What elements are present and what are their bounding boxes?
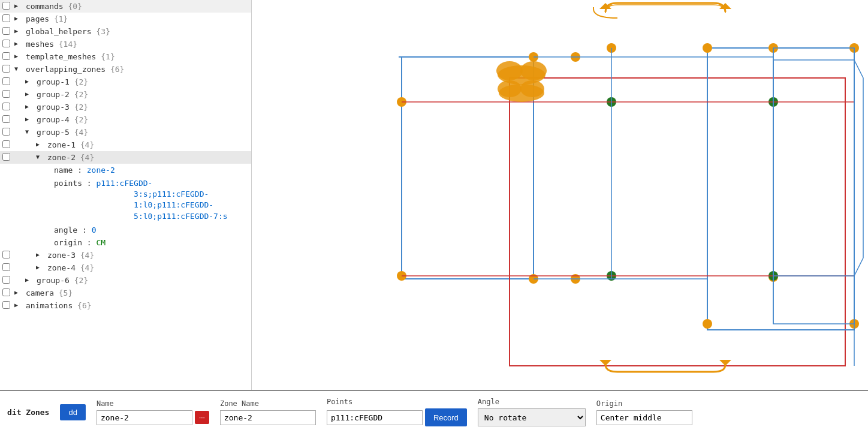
sidebar-item-global-helpers[interactable]: ▶ global_helpers {3} — [0, 25, 251, 38]
sidebar-item-zone-3[interactable]: ▶ zone-3 {4} — [0, 249, 251, 261]
angle-select[interactable]: No rotate 90° 180° 270° — [478, 408, 586, 426]
checkbox-group-1[interactable] — [0, 76, 12, 85]
sidebar-item-zone-2[interactable]: ▼ zone-2 {4} — [0, 151, 251, 164]
checkbox-group-2[interactable] — [0, 89, 12, 98]
checkbox-zone-1[interactable] — [0, 139, 12, 148]
toggle-global-helpers[interactable]: ▶ — [14, 27, 24, 34]
toggle-group-3[interactable]: ▶ — [25, 103, 35, 110]
checkbox-zone-3[interactable] — [0, 249, 12, 258]
checkbox-pages[interactable] — [0, 13, 12, 22]
sidebar-item-group-2[interactable]: ▶ group-2 {2} — [0, 88, 251, 101]
name-ellipsis-button[interactable]: ··· — [195, 411, 209, 424]
toggle-group-2[interactable]: ▶ — [25, 90, 35, 97]
svg-marker-29 — [599, 360, 611, 366]
checkbox-group-5[interactable] — [0, 127, 12, 136]
sidebar-item-overlapping-zones[interactable]: ▼ overlapping_zones {6} — [0, 63, 251, 76]
toggle-meshes[interactable]: ▶ — [14, 40, 24, 47]
sidebar-item-group-3[interactable]: ▶ group-3 {2} — [0, 101, 251, 113]
points-field-group: Points Record — [327, 398, 467, 426]
sidebar-prop-zone2-name: name : zone-2 — [0, 164, 251, 176]
sidebar-item-zone-4[interactable]: ▶ zone-4 {4} — [0, 261, 251, 274]
svg-point-36 — [520, 80, 544, 97]
sidebar-item-pages[interactable]: ▶ pages {1} — [0, 13, 251, 25]
origin-label: Origin — [596, 399, 692, 408]
toggle-zone-4[interactable]: ▶ — [36, 263, 46, 270]
svg-marker-37 — [773, 48, 854, 324]
toggle-camera[interactable]: ▶ — [14, 288, 24, 296]
toggle-overlapping-zones[interactable]: ▼ — [14, 65, 24, 72]
svg-point-17 — [703, 319, 712, 329]
toggle-animations[interactable]: ▶ — [14, 301, 24, 308]
name-input-row: ··· — [97, 410, 209, 425]
toggle-group-6[interactable]: ▶ — [25, 276, 35, 283]
sidebar-prop-zone2-points: points : p111:cFEGDD- 3:s;p111:cFEGDD- 1… — [0, 176, 251, 224]
svg-marker-38 — [773, 60, 863, 276]
zone-name-field-group: Zone Name — [220, 399, 316, 425]
sidebar-item-commands[interactable]: ▶ commands {0} — [0, 0, 251, 13]
record-button[interactable]: Record — [425, 408, 467, 426]
origin-field-group: Origin — [596, 399, 692, 425]
toggle-template-meshes[interactable]: ▶ — [14, 52, 24, 59]
svg-point-35 — [498, 80, 522, 97]
checkbox-camera[interactable] — [0, 287, 12, 296]
name-field-group: Name ··· — [97, 399, 209, 425]
toggle-commands[interactable]: ▶ — [14, 2, 24, 9]
checkbox-group-3[interactable] — [0, 101, 12, 110]
sidebar-prop-zone2-origin: origin : CM — [0, 236, 251, 249]
checkbox-template-meshes[interactable] — [0, 51, 12, 60]
toggle-group-1[interactable]: ▶ — [25, 77, 35, 85]
checkbox-global-helpers[interactable] — [0, 26, 12, 35]
svg-rect-1 — [510, 78, 845, 366]
name-label: Name — [97, 399, 209, 408]
diagram-svg — [252, 0, 868, 390]
sidebar-item-group-4[interactable]: ▶ group-4 {2} — [0, 113, 251, 126]
zone-name-input-row — [220, 410, 316, 425]
points-input[interactable] — [327, 410, 423, 425]
angle-label: Angle — [478, 398, 586, 406]
toggle-pages[interactable]: ▶ — [14, 14, 24, 22]
bottom-bar: dit Zones dd Name ··· Zone Name Points R… — [0, 390, 868, 433]
checkbox-meshes[interactable] — [0, 38, 12, 47]
add-button[interactable]: dd — [60, 404, 85, 420]
sidebar-prop-zone2-angle: angle : 0 — [0, 224, 251, 236]
sidebar-item-template-meshes[interactable]: ▶ template_meshes {1} — [0, 50, 251, 63]
sidebar-item-meshes[interactable]: ▶ meshes {14} — [0, 38, 251, 50]
edit-zones-title: dit Zones — [7, 408, 49, 417]
checkbox-group-6[interactable] — [0, 275, 12, 284]
zone-name-label: Zone Name — [220, 399, 316, 408]
points-label: Points — [327, 398, 467, 406]
checkbox-animations[interactable] — [0, 300, 12, 309]
toggle-zone-3[interactable]: ▶ — [36, 251, 46, 258]
name-input[interactable] — [97, 410, 192, 425]
svg-point-32 — [496, 61, 523, 80]
angle-select-row: No rotate 90° 180° 270° — [478, 408, 586, 426]
sidebar-item-group-1[interactable]: ▶ group-1 {2} — [0, 76, 251, 88]
checkbox-zone-2[interactable] — [0, 152, 12, 161]
toggle-zone-1[interactable]: ▶ — [36, 140, 46, 148]
checkbox-commands[interactable] — [0, 1, 12, 10]
sidebar-item-zone-1[interactable]: ▶ zone-1 {4} — [0, 139, 251, 151]
svg-point-33 — [520, 61, 547, 80]
checkbox-zone-4[interactable] — [0, 262, 12, 271]
sidebar-item-animations[interactable]: ▶ animations {6} — [0, 299, 251, 312]
svg-point-11 — [703, 43, 712, 53]
svg-marker-30 — [719, 360, 731, 366]
sidebar-item-group-6[interactable]: ▶ group-6 {2} — [0, 274, 251, 287]
angle-field-group: Angle No rotate 90° 180° 270° — [478, 398, 586, 426]
sidebar-item-camera[interactable]: ▶ camera {5} — [0, 287, 251, 299]
toggle-group-5[interactable]: ▼ — [25, 128, 35, 135]
points-input-row: Record — [327, 408, 467, 426]
svg-rect-2 — [707, 48, 854, 330]
toggle-group-4[interactable]: ▶ — [25, 115, 35, 122]
origin-input[interactable] — [596, 410, 692, 425]
canvas-area — [252, 0, 868, 390]
toggle-zone-2[interactable]: ▼ — [36, 153, 46, 160]
zone-name-input[interactable] — [220, 410, 316, 425]
checkbox-overlapping-zones[interactable] — [0, 64, 12, 73]
checkbox-group-4[interactable] — [0, 114, 12, 123]
sidebar-item-group-5[interactable]: ▼ group-5 {4} — [0, 126, 251, 139]
sidebar[interactable]: ▶ commands {0} ▶ pages {1} ▶ global_help… — [0, 0, 252, 390]
origin-input-row — [596, 410, 692, 425]
